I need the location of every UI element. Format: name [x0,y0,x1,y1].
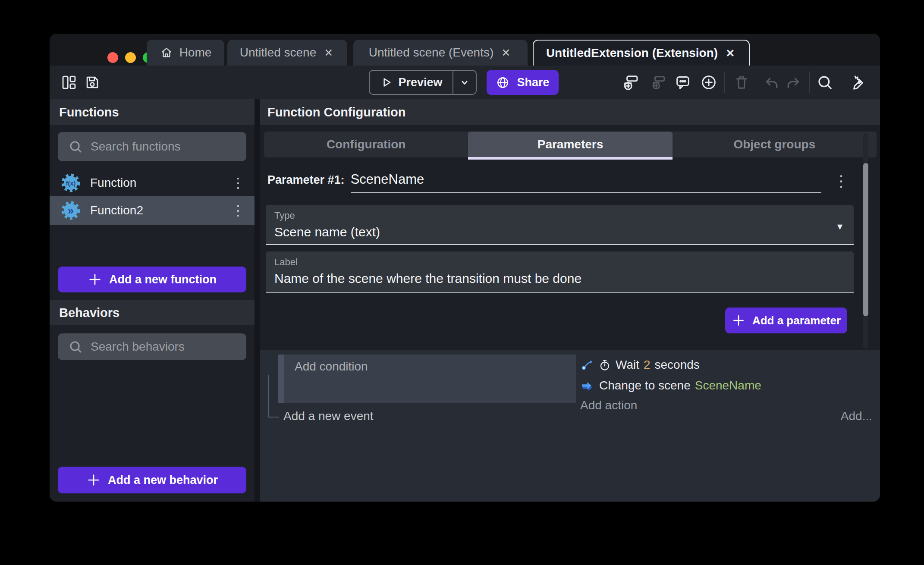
svg-text:f(x): f(x) [66,180,76,187]
app-window: Home Untitled scene ✕ Untitled scene (Ev… [50,34,880,502]
add-parameter-button[interactable]: Add a parameter [725,308,847,333]
action-text: Change to scene [599,379,691,392]
close-window-button[interactable] [107,52,118,63]
search-functions-box[interactable] [58,132,246,161]
function-list-item[interactable]: f(x) Function ⋮ [50,170,255,196]
tab-label: Configuration [327,138,406,151]
action-text: seconds [655,358,700,372]
events-sheet: Add condition [260,350,880,502]
chevron-down-icon[interactable]: ▾ [837,220,842,232]
search-functions-input[interactable] [91,140,233,154]
search-icon[interactable] [816,73,834,91]
event-indent-bracket [268,375,279,417]
edit-extension-icon[interactable] [849,73,867,91]
delete-icon[interactable] [732,73,751,91]
event-conditions-area[interactable]: Add condition [284,355,576,403]
add-event-icon[interactable] [622,73,640,91]
close-icon[interactable]: ✕ [724,47,736,60]
toolbar-separator [724,72,725,93]
tab-object-groups[interactable]: Object groups [673,132,877,157]
search-behaviors-box[interactable] [58,333,246,360]
function2-list-item[interactable]: » Function2 ⋮ [50,196,255,225]
panel-title: Function Configuration [267,105,406,119]
tab-parameters[interactable]: Parameters [468,132,672,157]
parameter-row: Parameter #1: [267,172,821,193]
search-icon [68,139,83,154]
globe-icon [496,75,510,90]
close-icon[interactable]: ✕ [500,47,512,59]
behaviors-title: Behaviors [59,306,119,320]
tab-label: Untitled scene [240,46,316,60]
preview-options-button[interactable] [453,71,476,94]
tab-untitled-scene[interactable]: Untitled scene ✕ [227,40,347,66]
function-item-label: Function2 [90,204,143,217]
tab-configuration[interactable]: Configuration [264,132,468,157]
add-circle-icon[interactable] [700,73,718,91]
function-item-menu[interactable]: ⋮ [231,204,245,217]
tab-label: UntitledExtension (Extension) [546,46,718,60]
functions-title: Functions [59,105,119,119]
share-button[interactable]: Share [487,70,559,95]
event-drag-handle[interactable] [278,355,284,403]
search-behaviors-input[interactable] [91,340,233,354]
preview-button[interactable]: Preview [369,70,477,95]
preview-label: Preview [398,76,442,89]
minimize-window-button[interactable] [125,52,136,63]
svg-text:»: » [68,204,74,217]
add-new-event-link[interactable]: Add a new event [283,409,374,423]
action-value[interactable]: SceneName [695,379,761,392]
type-field-value: Scene name (text) [274,225,845,239]
plus-icon [86,473,101,487]
parameter-prefix: Parameter #1: [267,173,345,187]
left-sidebar: Functions f(x) Function ⋮ [50,99,255,502]
label-field-label: Label [274,257,845,268]
add-condition-link[interactable]: Add condition [284,355,576,374]
function-item-menu[interactable]: ⋮ [231,176,245,190]
tab-label: Home [179,46,212,60]
home-icon [160,46,173,60]
action-wait[interactable]: Wait 2 seconds [580,355,874,375]
label-field-input[interactable] [274,271,845,286]
tween-icon [580,358,594,372]
undo-icon[interactable] [763,73,781,91]
tab-label: Parameters [537,138,603,151]
search-icon [68,339,83,354]
function-configuration-panel: Function Configuration Configuration Par… [260,99,880,502]
preview-button-main[interactable]: Preview [370,71,453,94]
parameter-name-input[interactable] [351,172,821,187]
label-field[interactable]: Label [266,251,854,293]
parameter-name-field[interactable] [351,172,821,193]
add-action-label: Add action [580,399,637,412]
sidebar-divider [255,99,260,502]
configuration-tabs: Configuration Parameters Object groups [264,132,877,157]
function-item-label: Function [90,176,136,190]
add-behavior-button[interactable]: Add a new behavior [58,467,246,493]
add-parameter-label: Add a parameter [752,314,841,327]
add-subevent-icon[interactable] [649,73,667,91]
share-label: Share [517,76,549,89]
tab-untitled-extension[interactable]: UntitledExtension (Extension) ✕ [533,40,750,66]
stopwatch-icon [598,358,611,371]
toolbar-separator [809,72,810,93]
event-actions-area: Wait 2 seconds Change to scene SceneName [580,355,874,415]
panel-header: Function Configuration [260,99,880,125]
close-icon[interactable]: ✕ [322,47,335,59]
add-function-button[interactable]: Add a new function [58,267,246,292]
save-icon[interactable] [83,73,101,91]
play-icon [380,76,393,89]
behaviors-section-header: Behaviors [50,300,255,325]
scrollbar-thumb[interactable] [863,163,868,316]
action-value[interactable]: 2 [644,358,651,372]
project-manager-icon[interactable] [60,73,78,91]
add-comment-icon[interactable] [674,73,692,91]
tab-untitled-scene-events[interactable]: Untitled scene (Events) ✕ [353,40,528,66]
action-text: Wait [616,358,639,372]
functions-section-header: Functions [50,99,255,125]
tab-home[interactable]: Home [147,40,224,66]
add-action-link[interactable]: Add action [580,396,874,415]
add-more-link[interactable]: Add... [841,409,872,423]
add-behavior-label: Add a new behavior [108,474,218,487]
action-change-scene[interactable]: Change to scene SceneName [580,375,874,396]
redo-icon[interactable] [784,73,802,91]
type-field[interactable]: Type Scene name (text) ▾ [266,205,854,245]
